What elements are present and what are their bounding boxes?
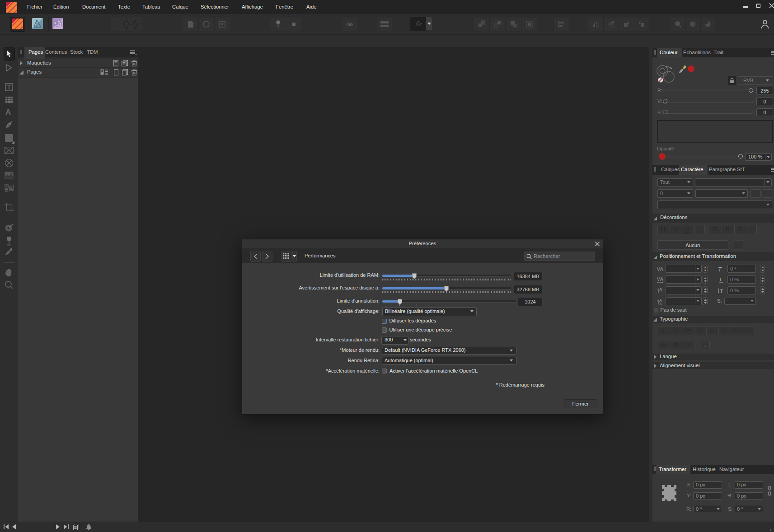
svg-text:A: A: [659, 287, 662, 292]
svg-text:V: V: [657, 277, 660, 282]
svg-text:A: A: [659, 302, 662, 306]
svg-text:T: T: [720, 288, 723, 294]
svg-text:T: T: [719, 276, 722, 282]
svg-text:A: A: [660, 277, 663, 282]
